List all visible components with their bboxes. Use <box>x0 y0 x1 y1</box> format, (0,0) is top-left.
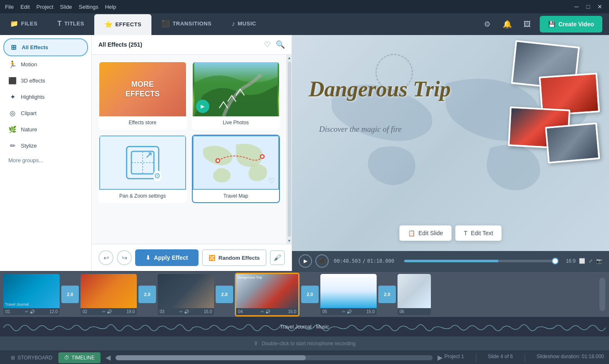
timeline-scroll-bar[interactable] <box>599 278 605 311</box>
project-name: Project 1 <box>444 354 464 362</box>
slide-thumb-01[interactable]: Travel Journal 01 ✏ 🔊 12.0 <box>3 274 60 315</box>
menu-help[interactable]: Help <box>105 4 116 10</box>
menu-project[interactable]: Project <box>36 4 53 10</box>
apply-effect-button[interactable]: ⬇ Apply Effect <box>135 249 199 266</box>
pan-zoom-label: Pan & Zoom settings <box>99 190 186 202</box>
tab-music[interactable]: ♪ MUSIC <box>221 13 266 35</box>
paintbrush-button[interactable]: 🖌 <box>270 250 285 265</box>
random-effects-button[interactable]: 🔀 Random Effects <box>202 249 267 266</box>
close-button[interactable]: ✕ <box>596 3 604 11</box>
slide-02-edit-icon[interactable]: ✏ <box>102 309 106 314</box>
pan-zoom-icon: ⚙ <box>126 146 159 179</box>
favorites-icon[interactable]: ♡ <box>264 40 271 49</box>
category-stylize[interactable]: ✏ Stylize <box>3 138 88 154</box>
scroll-up-icon[interactable]: ▲ <box>287 55 292 60</box>
category-nature[interactable]: 🌿 Nature <box>3 121 88 138</box>
progress-thumb[interactable] <box>552 258 559 264</box>
menu-settings[interactable]: Settings <box>79 4 98 10</box>
slide-05-edit-icon[interactable]: ✏ <box>342 309 345 314</box>
slide-thumb-01-img: Travel Journal <box>3 274 60 308</box>
edit-slide-button[interactable]: 📋 Edit Slide <box>399 225 452 241</box>
effect-card-live-photos[interactable]: ▶ Live Photos <box>192 61 280 130</box>
slide-thumb-03[interactable]: 03 ✏ 🔊 15.0 <box>158 274 214 315</box>
scroll-left-arrow[interactable]: ◀ <box>104 354 112 361</box>
transition-block-02[interactable]: 2.0 <box>138 286 156 303</box>
settings-icon[interactable]: ⚙ <box>480 17 495 32</box>
maximize-button[interactable]: □ <box>584 3 592 11</box>
transition-block-05[interactable]: 2.0 <box>378 286 396 303</box>
slide-01-audio-icon[interactable]: 🔊 <box>30 309 35 314</box>
timeline-button[interactable]: ⏱ TIMELINE <box>58 352 101 363</box>
bottom-scrollbar-thumb[interactable] <box>116 355 306 360</box>
search-icon[interactable]: 🔍 <box>276 40 285 49</box>
effect-card-effects-store[interactable]: MORE EFFECTS Effects store <box>98 61 187 130</box>
bottom-scrollbar-track[interactable] <box>116 355 433 360</box>
time-separator: / <box>362 258 365 264</box>
effect-card-travel-map[interactable]: ♡ Travel Map <box>192 135 280 203</box>
category-highlights[interactable]: ✦ Highlights <box>3 89 88 105</box>
transition-05: 2.0 <box>378 286 396 303</box>
redo-button[interactable]: ↪ <box>117 250 132 265</box>
tab-titles[interactable]: T TITLES <box>48 13 94 35</box>
category-3d-effects[interactable]: ⬛ 3D effects <box>3 73 88 89</box>
travel-map-svg <box>194 136 279 189</box>
menu-slide[interactable]: Slide <box>60 4 72 10</box>
slide-03-audio-icon[interactable]: 🔊 <box>184 309 189 314</box>
play-button[interactable]: ▶ <box>299 254 312 268</box>
transition-block-03[interactable]: 2.0 <box>216 286 233 303</box>
slide-01-edit-icon[interactable]: ✏ <box>25 309 28 314</box>
progress-bar[interactable] <box>404 260 556 262</box>
svg-rect-4 <box>195 136 276 189</box>
category-all-effects[interactable]: ⊞ All Effects <box>3 38 88 56</box>
transition-block-04[interactable]: 2.0 <box>301 286 319 303</box>
slide-thumb-06[interactable]: 06 <box>398 274 431 315</box>
slide-04-edit-icon[interactable]: ✏ <box>261 309 264 314</box>
tab-transitions[interactable]: ⬛ TRANSITIONS <box>151 13 221 35</box>
slide-thumb-05[interactable]: 05 ✏ 🔊 15.0 <box>320 274 377 315</box>
effects-grid: MORE EFFECTS Effects store <box>92 55 287 244</box>
audio-waveform: Travel Journal - Music <box>0 317 609 336</box>
mic-recording-track[interactable]: 🎙 Double-click to start microphone recor… <box>0 336 609 351</box>
stop-button[interactable]: ⬛ <box>315 254 329 268</box>
category-motion[interactable]: 🏃 Motion <box>3 56 88 73</box>
travel-map-heart-icon[interactable]: ♡ <box>268 176 275 186</box>
effect-card-pan-zoom[interactable]: ⚙ Pan & Zoom settings <box>98 135 187 203</box>
slide-04-num: 04 <box>238 309 243 314</box>
live-photos-play-icon[interactable]: ▶ <box>196 100 209 113</box>
minimize-button[interactable]: ─ <box>572 3 581 11</box>
left-sidebar: ⊞ All Effects 🏃 Motion ⬛ 3D effects ✦ Hi… <box>0 35 92 271</box>
fullscreen-icon[interactable]: ⤢ <box>589 258 593 264</box>
screenshot-icon[interactable]: 📷 <box>596 258 602 264</box>
scroll-down-icon[interactable]: ▼ <box>287 238 292 243</box>
gallery-icon[interactable]: 🖼 <box>520 17 535 32</box>
edit-text-button[interactable]: T Edit Text <box>455 225 502 241</box>
scroll-right-arrow[interactable]: ▶ <box>436 354 444 361</box>
slide-thumb-02[interactable]: 02 ✏ 🔊 19.0 <box>81 274 137 315</box>
undo-button[interactable]: ↩ <box>98 250 113 265</box>
storyboard-button[interactable]: ⊞ STORYBOARD <box>5 352 58 363</box>
slide-03-edit-icon[interactable]: ✏ <box>179 309 183 314</box>
menu-edit[interactable]: Edit <box>20 4 30 10</box>
slide-05-num: 05 <box>322 309 327 314</box>
aspect-ratio-icon[interactable]: ⬜ <box>579 258 585 264</box>
tab-effects[interactable]: ⭐ EFFECTS <box>94 14 151 36</box>
preview-area: Dangerous Trip Discover the magic of fir… <box>292 35 609 251</box>
menu-file[interactable]: File <box>5 4 14 10</box>
window-controls: ─ □ ✕ <box>572 3 604 11</box>
motion-icon: 🏃 <box>8 60 17 68</box>
transition-block-01[interactable]: 2.0 <box>61 286 79 303</box>
category-clipart[interactable]: ◎ Clipart <box>3 105 88 121</box>
slide-02-audio-icon[interactable]: 🔊 <box>107 309 112 314</box>
slide-thumb-04[interactable]: Dangerous Trip 04 ✏ 🔊 15.0 <box>235 273 299 316</box>
create-video-button[interactable]: 💾 Create Video <box>540 16 602 33</box>
slide-thumb-02-img <box>81 274 137 308</box>
more-groups-link[interactable]: More groups... <box>3 154 88 167</box>
scroll-thumb[interactable] <box>288 62 291 237</box>
slide-04-audio-icon[interactable]: 🔊 <box>265 309 270 314</box>
status-info: Project 1 Slide 4 of 6 Slideshow duratio… <box>444 354 604 362</box>
slide-05-audio-icon[interactable]: 🔊 <box>347 309 352 314</box>
effects-scrollbar[interactable]: ▲ ▼ <box>287 55 292 244</box>
notifications-icon[interactable]: 🔔 <box>500 17 515 32</box>
transition-04: 2.0 <box>301 286 319 303</box>
tab-files[interactable]: 📁 FILES <box>0 13 48 35</box>
